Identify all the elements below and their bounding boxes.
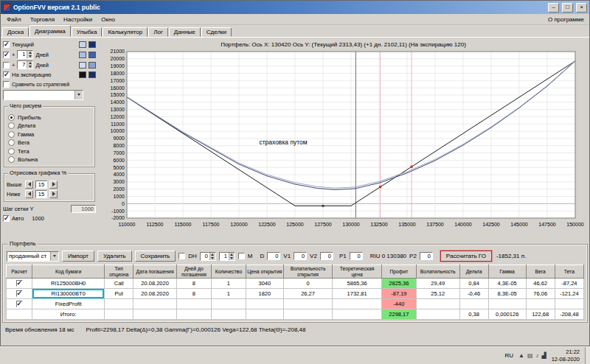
p1-field[interactable]: 0 (350, 252, 363, 260)
p2-field[interactable]: 0 (420, 252, 433, 260)
draw-option-label: Тета (18, 148, 30, 155)
m-checkbox[interactable] (238, 253, 245, 259)
dh-spinner-1[interactable]: 0 (200, 252, 216, 261)
grid-auto-row: Авто 1000 (3, 214, 96, 223)
preset-combo-arrow-icon[interactable] (50, 252, 58, 261)
draw-option-Волына[interactable]: Волына (8, 156, 91, 163)
import-button[interactable]: Импорт (62, 251, 94, 262)
plus7-days-spinner[interactable]: 7 (17, 60, 33, 69)
radio-icon (8, 139, 15, 146)
hidden-icons-icon[interactable]: ▲ (518, 352, 524, 359)
svg-text:130000: 130000 (342, 222, 359, 227)
grid-auto-label: Авто (12, 215, 24, 222)
delete-button[interactable]: Удалить (97, 251, 132, 262)
draw-groupbox-title: Чего рисуем (8, 102, 43, 109)
spinner-arrows-icon[interactable] (27, 51, 32, 58)
plus7-swatch-1[interactable] (79, 62, 86, 69)
preset-combobox[interactable]: проданный ст (7, 251, 59, 262)
calc-go-button[interactable]: Рассчитать ГО (440, 251, 492, 262)
tab-Доска[interactable]: Доска (2, 27, 29, 37)
strategy-combo-arrow-icon[interactable] (74, 91, 83, 99)
cell-open-vol: 26,27 (283, 289, 333, 299)
draw-option-Дельта[interactable]: Дельта (8, 122, 91, 129)
left-panel: Текущий + 1 Дней + 7 (1, 38, 97, 242)
strategy-combobox[interactable] (3, 90, 83, 100)
maximize-button-icon[interactable]: □ (562, 3, 573, 13)
minimize-button-icon[interactable]: – (548, 3, 559, 13)
network-icon[interactable]: ▟ (541, 352, 546, 359)
cell-calc[interactable] (7, 279, 32, 289)
expiry-swatch-1[interactable] (79, 71, 86, 78)
current-checkbox[interactable] (3, 41, 10, 48)
plus7-checkbox[interactable] (3, 62, 10, 69)
cell-gamma: 8,3E-05 (488, 289, 526, 299)
v1-field[interactable]: 0 (294, 252, 307, 260)
save-button[interactable]: Сохранить (135, 251, 176, 262)
grid-step-label: Шаг сетки Y (3, 206, 34, 212)
v2-field[interactable]: 0 (320, 252, 333, 260)
table-row-1: RI130000BT0Put20.08.202081182026,271732,… (7, 289, 584, 299)
plus1-swatch-1[interactable] (79, 52, 86, 58)
above-decrease-button[interactable] (25, 181, 33, 189)
volume-icon[interactable]: ♪ (535, 352, 538, 359)
plus7-swatch-2[interactable] (88, 62, 96, 69)
language-indicator[interactable]: RU (502, 352, 516, 359)
tab-Улыбка[interactable]: Улыбка (72, 27, 103, 37)
menu-item-Окно[interactable]: Окно (97, 15, 119, 24)
tab-Данные[interactable]: Данные (169, 27, 201, 37)
cell-theor-price: 5865,36 (333, 279, 382, 289)
spinner-arrows-icon[interactable] (209, 253, 215, 260)
cell-code[interactable]: FixedProfit (32, 299, 105, 309)
row-checkbox[interactable] (16, 290, 23, 297)
close-button-icon[interactable]: × (576, 3, 587, 13)
cell-calc[interactable] (7, 299, 32, 309)
cell-calc[interactable] (7, 309, 32, 320)
grid-step-field[interactable]: 1000 (71, 205, 96, 213)
clock-time: 21:22 (552, 349, 580, 356)
compare-checkbox[interactable] (3, 81, 10, 88)
svg-text:страховка путом: страховка путом (259, 139, 307, 146)
cell-code[interactable]: RI130000BT0 (32, 289, 105, 299)
plus1-swatch-2[interactable] (88, 52, 96, 58)
chart-area: Портфель: Ось X: 130420 Ось Y: (Текущий … (97, 38, 589, 242)
cell-vol: 29,49 (416, 279, 459, 289)
spinner-arrows-icon[interactable] (229, 253, 235, 260)
plus1-days-spinner[interactable]: 1 (17, 50, 33, 59)
draw-option-Прибыль[interactable]: Прибыль (8, 114, 91, 121)
clock[interactable]: 21:22 12-08-2020 (549, 349, 582, 363)
tab-Калькулятор[interactable]: Калькулятор (103, 27, 148, 37)
current-swatch-1[interactable] (79, 41, 86, 48)
grid-auto-checkbox[interactable] (3, 215, 10, 222)
above-increase-button[interactable] (49, 181, 58, 189)
menu-item-Настройки[interactable]: Настройки (59, 15, 97, 24)
grid-auto-value: 1000 (32, 215, 44, 222)
d-field[interactable]: 0 (267, 252, 280, 260)
draw-option-Гамма[interactable]: Гамма (8, 131, 91, 138)
below-increase-button[interactable] (49, 190, 58, 198)
cell-code[interactable]: Итого: (32, 309, 105, 320)
draw-option-Вега[interactable]: Вега (8, 139, 91, 146)
cell-qty (211, 309, 246, 320)
current-swatch-2[interactable] (88, 41, 96, 48)
below-decrease-button[interactable] (25, 190, 33, 198)
menu-item-Файл[interactable]: Файл (2, 15, 26, 24)
row-checkbox[interactable] (16, 301, 23, 307)
draw-option-Тета[interactable]: Тета (8, 148, 91, 155)
cell-code[interactable]: RI125000BH0 (32, 279, 105, 289)
cell-calc[interactable] (7, 289, 32, 299)
show-desktop-button[interactable] (585, 347, 590, 364)
spinner-arrows-icon[interactable] (27, 61, 32, 69)
expiry-swatch-2[interactable] (88, 71, 96, 78)
tab-Сделки[interactable]: Сделки (201, 27, 232, 37)
tab-Диаграмма[interactable]: Диаграмма (30, 25, 71, 37)
menu-item-Торговля[interactable]: Торговля (26, 15, 59, 24)
dh-spinner-2[interactable]: 1 (219, 252, 235, 261)
dh-checkbox[interactable] (178, 253, 185, 259)
plus1-checkbox[interactable] (3, 52, 10, 58)
expiry-checkbox[interactable] (3, 71, 10, 78)
main-area: Текущий + 1 Дней + 7 (1, 38, 589, 242)
tab-Лог[interactable]: Лог (148, 27, 168, 37)
menu-about[interactable]: О программе (548, 16, 588, 23)
display-icon[interactable]: ▤ (527, 352, 533, 359)
row-checkbox[interactable] (16, 280, 23, 287)
